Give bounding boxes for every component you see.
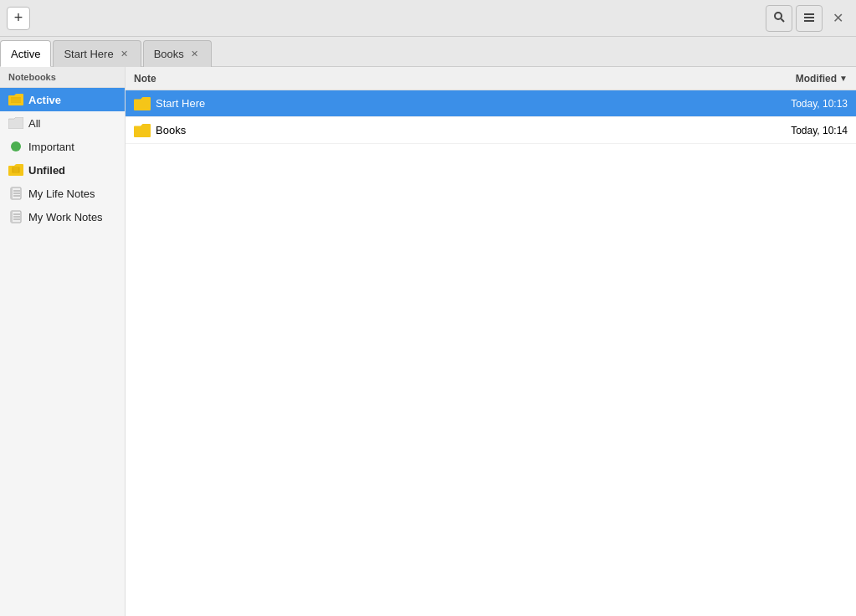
- note-row-books[interactable]: Books Today, 10:14: [126, 117, 856, 144]
- add-button[interactable]: +: [7, 7, 30, 30]
- sidebar-item-active-label: Active: [28, 94, 61, 106]
- unfiled-folder-icon: [8, 162, 23, 177]
- modified-label: Modified: [796, 73, 837, 85]
- start-here-folder-icon: [134, 95, 151, 112]
- books-note-name: Books: [156, 124, 739, 136]
- close-icon: ✕: [833, 10, 843, 26]
- sidebar-header: Notebooks: [0, 67, 125, 88]
- sidebar-item-my-life-notes[interactable]: My Life Notes: [0, 182, 125, 205]
- important-dot-icon: [8, 139, 23, 154]
- tab-start-here-label: Start Here: [64, 48, 113, 60]
- sidebar-item-important[interactable]: Important: [0, 135, 125, 158]
- col-note-header: Note: [134, 73, 739, 85]
- my-work-notes-icon: [8, 209, 23, 224]
- search-button[interactable]: [766, 5, 792, 32]
- my-life-notes-icon: [8, 186, 23, 201]
- hamburger-icon: [803, 12, 815, 25]
- tabbar: Active Start Here ✕ Books ✕: [0, 37, 856, 67]
- books-modified: Today, 10:14: [739, 125, 848, 136]
- table-header: Note Modified ▼: [126, 67, 856, 90]
- svg-rect-20: [11, 211, 13, 223]
- menu-button[interactable]: [796, 5, 823, 32]
- sidebar-item-my-life-notes-label: My Life Notes: [28, 187, 95, 200]
- sidebar-item-active[interactable]: Active: [0, 88, 125, 111]
- start-here-modified: Today, 10:13: [739, 98, 848, 110]
- content-panel: Note Modified ▼ Start Here Today, 10:13: [126, 67, 856, 616]
- sidebar-item-my-work-notes[interactable]: My Work Notes: [0, 205, 125, 228]
- svg-line-1: [782, 19, 785, 23]
- search-icon: [773, 11, 785, 25]
- sidebar-item-all[interactable]: All: [0, 111, 125, 135]
- all-folder-icon: [8, 116, 23, 131]
- tab-active[interactable]: Active: [0, 40, 51, 67]
- books-folder-icon: [134, 122, 151, 139]
- sidebar: Notebooks Active All: [0, 67, 126, 616]
- tab-books-close[interactable]: ✕: [189, 49, 201, 60]
- sort-arrow-icon: ▼: [839, 74, 848, 83]
- sidebar-item-all-label: All: [28, 117, 40, 130]
- sidebar-item-my-work-notes-label: My Work Notes: [28, 211, 103, 223]
- tab-start-here[interactable]: Start Here ✕: [53, 40, 141, 67]
- tab-start-here-close[interactable]: ✕: [119, 49, 131, 60]
- main-area: Notebooks Active All: [0, 67, 856, 616]
- titlebar-left: +: [7, 7, 30, 30]
- titlebar: + ✕: [0, 0, 856, 37]
- tab-active-label: Active: [11, 48, 40, 60]
- tab-books[interactable]: Books ✕: [143, 40, 212, 67]
- start-here-note-name: Start Here: [156, 97, 739, 110]
- sidebar-item-important-label: Important: [28, 141, 74, 153]
- sidebar-item-unfiled[interactable]: Unfiled: [0, 158, 125, 182]
- titlebar-right: ✕: [766, 5, 849, 32]
- tab-books-label: Books: [154, 48, 184, 60]
- col-modified-header[interactable]: Modified ▼: [739, 73, 848, 85]
- svg-rect-15: [11, 187, 13, 199]
- window-close-button[interactable]: ✕: [826, 7, 849, 30]
- active-folder-icon: [8, 92, 23, 107]
- svg-point-0: [775, 13, 782, 19]
- sidebar-item-unfiled-label: Unfiled: [28, 164, 65, 177]
- note-row-start-here[interactable]: Start Here Today, 10:13: [126, 90, 856, 117]
